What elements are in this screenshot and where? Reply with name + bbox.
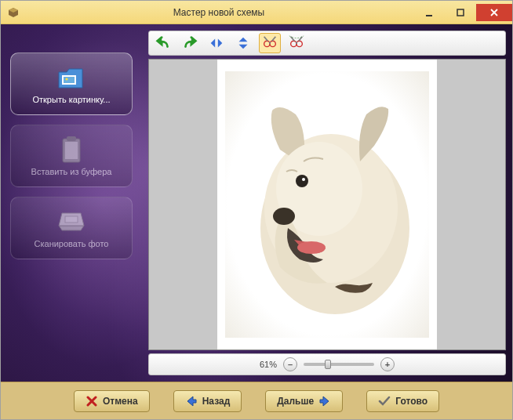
- zoom-bar: 61% – +: [148, 353, 506, 375]
- finish-label: Готово: [395, 396, 428, 407]
- paste-label: Вставить из буфера: [31, 167, 112, 176]
- scanner-icon: [56, 208, 87, 236]
- wizard-window: Мастер новой схемы Открыть картинку... В…: [0, 0, 513, 420]
- app-icon: [7, 6, 20, 19]
- toolbar: [148, 31, 506, 56]
- sidebar: Открыть картинку... Вставить из буфера С…: [1, 24, 142, 382]
- close-button[interactable]: [476, 4, 512, 21]
- finish-button[interactable]: Готово: [366, 390, 439, 412]
- next-button[interactable]: Дальше: [265, 390, 343, 412]
- maximize-button[interactable]: [445, 4, 476, 21]
- scan-label: Сканировать фото: [35, 239, 109, 248]
- back-button[interactable]: Назад: [173, 390, 242, 412]
- titlebar: Мастер новой схемы: [1, 1, 512, 24]
- canvas-image: [217, 60, 437, 349]
- svg-rect-14: [296, 42, 297, 44]
- paste-button[interactable]: Вставить из буфера: [10, 125, 133, 187]
- flip-vertical-button[interactable]: [232, 33, 254, 53]
- svg-point-9: [264, 41, 270, 46]
- cut-button[interactable]: [286, 33, 307, 53]
- svg-point-19: [296, 175, 308, 187]
- canvas-area[interactable]: [148, 59, 506, 350]
- cancel-button[interactable]: Отмена: [74, 390, 150, 412]
- folder-image-icon: [56, 63, 87, 92]
- cancel-icon: [86, 395, 98, 407]
- svg-point-4: [66, 78, 68, 81]
- flip-horizontal-button[interactable]: [206, 33, 227, 53]
- clipboard-icon: [56, 136, 87, 164]
- rotate-right-button[interactable]: [179, 33, 201, 53]
- crop-button[interactable]: [259, 33, 281, 53]
- next-label: Дальше: [277, 396, 314, 407]
- svg-rect-6: [67, 136, 76, 141]
- back-label: Назад: [202, 396, 231, 407]
- zoom-thumb[interactable]: [325, 360, 331, 369]
- svg-point-10: [270, 41, 275, 46]
- window-controls: [413, 4, 512, 21]
- check-icon: [378, 395, 391, 407]
- arrow-left-icon: [185, 395, 198, 407]
- svg-point-21: [273, 208, 295, 225]
- svg-rect-0: [426, 15, 432, 16]
- footer: Отмена Назад Дальше Готово: [1, 382, 512, 419]
- zoom-out-button[interactable]: –: [283, 357, 297, 371]
- window-title: Мастер новой схемы: [24, 7, 413, 18]
- zoom-label: 61%: [260, 360, 277, 369]
- svg-rect-7: [65, 142, 78, 159]
- main-panel: 61% – +: [142, 24, 512, 382]
- open-image-label: Открыть картинку...: [32, 95, 110, 104]
- scan-button[interactable]: Сканировать фото: [10, 197, 133, 259]
- svg-point-13: [297, 41, 302, 46]
- arrow-right-icon: [318, 395, 331, 407]
- content-area: Открыть картинку... Вставить из буфера С…: [1, 24, 512, 382]
- svg-point-20: [302, 178, 305, 181]
- svg-rect-8: [65, 216, 78, 223]
- svg-point-22: [297, 241, 326, 254]
- zoom-slider[interactable]: [304, 363, 374, 366]
- cancel-label: Отмена: [103, 396, 138, 407]
- zoom-in-button[interactable]: +: [380, 357, 395, 371]
- open-image-button[interactable]: Открыть картинку...: [10, 52, 133, 115]
- svg-rect-1: [457, 9, 464, 16]
- svg-rect-3: [64, 77, 75, 83]
- svg-point-12: [291, 41, 297, 46]
- rotate-left-button[interactable]: [152, 33, 174, 53]
- svg-rect-11: [269, 42, 271, 44]
- minimize-button[interactable]: [413, 4, 445, 21]
